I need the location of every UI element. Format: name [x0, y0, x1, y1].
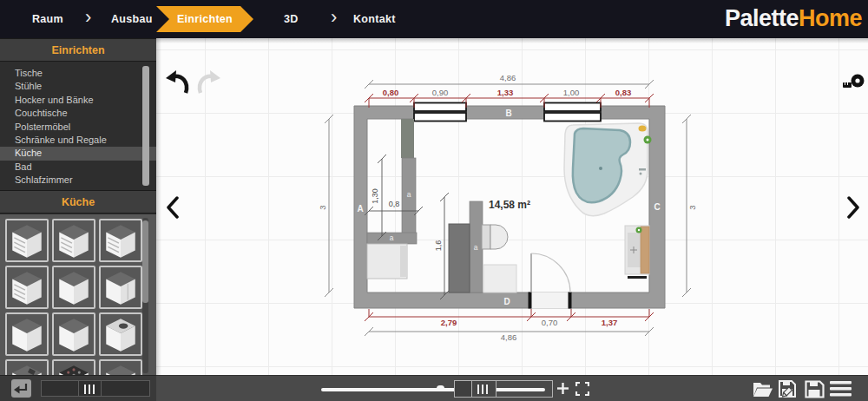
folder-open-icon	[752, 380, 774, 398]
save-button[interactable]	[805, 380, 825, 401]
cabinet-icon	[54, 361, 94, 375]
room-area-label: 14,58 m²	[489, 199, 530, 211]
sidebar-item-tische[interactable]: Tische	[0, 67, 156, 80]
furniture-thumb-drawers[interactable]	[5, 266, 49, 309]
cabinet-icon	[101, 220, 141, 260]
sidebar-item-schr-nke-und-regale[interactable]: Schränke und Regale	[0, 134, 156, 147]
sidebar-section-kueche-header: Küche	[0, 190, 156, 214]
zoom-slider-marker[interactable]	[437, 385, 444, 391]
step-kontakt[interactable]: Kontakt	[353, 13, 396, 25]
sidebar-item-bad[interactable]: Bad	[0, 161, 156, 174]
dim-left-height: 3	[318, 205, 327, 209]
dim-bottom-seg-3: 1,37	[602, 318, 618, 327]
furniture-thumb-plain[interactable]	[52, 312, 95, 356]
dim-top-total: 4,86	[500, 73, 516, 82]
chevron-separator-icon: ›	[85, 6, 91, 29]
furniture-thumb-drawers[interactable]	[5, 219, 49, 262]
partition-label-a1: a	[407, 190, 411, 199]
dim-bottom-seg-2: 0,70	[542, 318, 558, 327]
sidebar-item-couchtische[interactable]: Couchtische	[0, 107, 156, 120]
dim-bottom-total: 4,86	[501, 332, 517, 342]
dim-bottom-seg-1: 2,79	[441, 318, 457, 327]
sidebar-item-schlafzimmer[interactable]: Schlafzimmer	[0, 174, 156, 187]
zoom-slider-handle[interactable]	[454, 380, 553, 398]
cabinet-icon	[54, 314, 94, 354]
dim-right-height: 3	[687, 205, 697, 209]
category-list: TischeStühleHocker und BänkeCouchtischeP…	[0, 62, 156, 191]
save-edit-icon	[778, 379, 800, 399]
app-logo: PaletteHome	[725, 5, 862, 32]
palette-home-app: Raum › Ausbau Einrichten 3D › Kontakt Pa…	[0, 0, 868, 401]
dim-top-seg-5: 0,83	[615, 88, 632, 97]
step-raum[interactable]: Raum	[32, 13, 63, 25]
furniture-thumb-plain[interactable]	[5, 312, 49, 356]
sidebar-bottom-bar	[0, 375, 156, 401]
thumbnail-scrollbar-thumb[interactable]	[142, 220, 148, 303]
category-scrollbar[interactable]	[142, 66, 149, 186]
tape-measure-icon	[842, 73, 866, 92]
furniture-thumb-sink[interactable]	[99, 312, 142, 356]
furniture-thumb-drawers[interactable]	[52, 219, 95, 262]
next-arrow-button[interactable]	[846, 196, 860, 222]
furniture-thumb-cooktop-dark[interactable]	[52, 359, 95, 375]
wall-label-d: D	[503, 297, 510, 306]
return-arrow-icon	[11, 379, 31, 398]
chevron-left-icon	[166, 196, 180, 219]
hamburger-menu-icon	[830, 381, 852, 397]
cabinet-icon	[7, 220, 47, 260]
furniture-thumb-plain[interactable]	[99, 359, 142, 375]
step-ausbau[interactable]: Ausbau	[111, 13, 153, 25]
thumbnail-scrollbar-track[interactable]	[142, 218, 148, 373]
measure-tool-button[interactable]	[842, 73, 866, 95]
previous-arrow-button[interactable]	[166, 196, 180, 222]
partition-label-a2: a	[390, 233, 394, 242]
sidebar-section-einrichten-header: Einrichten	[0, 38, 156, 62]
dim-niche-width: 0,8	[389, 200, 400, 208]
wall-label-b: B	[505, 108, 511, 118]
redo-button[interactable]	[194, 68, 221, 101]
dim-top-seg-3: 1,33	[497, 88, 514, 97]
plus-icon	[556, 381, 570, 396]
furniture-thumb-door[interactable]	[99, 266, 142, 309]
furniture-thumbnail-grid	[0, 214, 156, 375]
sidebar-item-polsterm-bel[interactable]: Polstermöbel	[0, 121, 156, 134]
step-3d[interactable]: 3D	[284, 13, 299, 25]
cabinet-icon	[54, 267, 94, 307]
dim-top-seg-2: 0,90	[432, 88, 449, 97]
chevron-right-icon	[846, 196, 860, 219]
sidebar-size-slider[interactable]	[41, 380, 150, 397]
dim-niche-height: 1,30	[371, 188, 379, 204]
cabinet-icon	[7, 314, 47, 354]
undo-button[interactable]	[165, 68, 193, 101]
slider-grip-icon[interactable]	[477, 385, 488, 394]
canvas-bottom-toolbar	[156, 375, 868, 401]
cabinet-icon	[101, 314, 141, 354]
redo-arrow-icon	[194, 68, 221, 97]
cabinet-icon	[54, 220, 94, 260]
sidebar-item-hocker-und-b-nke[interactable]: Hocker und Bänke	[0, 94, 156, 107]
slider-grip-icon[interactable]	[84, 385, 95, 394]
back-button[interactable]	[11, 379, 31, 398]
zoom-in-button[interactable]	[556, 381, 570, 399]
undo-arrow-icon	[165, 68, 193, 97]
cabinet-icon	[7, 267, 47, 307]
main-menu-button[interactable]	[830, 381, 852, 400]
furniture-thumb-drawers[interactable]	[99, 219, 142, 262]
floorplan-canvas[interactable]: 4,86 0,80 0,90 1,33 1,00 0,83 2,79 0,70 …	[156, 38, 868, 375]
step-einrichten-active[interactable]: Einrichten	[156, 6, 253, 32]
fit-view-button[interactable]	[575, 382, 589, 399]
open-project-button[interactable]	[752, 380, 774, 401]
dim-top-seg-1: 0,80	[383, 88, 399, 97]
sidebar-item-st-hle[interactable]: Stühle	[0, 80, 156, 93]
cabinet-icon	[7, 361, 47, 375]
cabinet-icon	[101, 361, 141, 375]
sidebar-item-k-che[interactable]: Küche	[0, 147, 156, 160]
furniture-thumb-plain[interactable]	[52, 266, 95, 309]
top-navigation-bar: Raum › Ausbau Einrichten 3D › Kontakt Pa…	[0, 0, 868, 38]
save-icon	[805, 380, 825, 398]
cabinet-icon	[101, 267, 141, 307]
partition-label-a3: a	[474, 243, 478, 252]
furniture-thumb-cooktop[interactable]	[5, 359, 49, 375]
save-as-button[interactable]	[778, 379, 800, 401]
dim-counter-height: 1,6	[434, 240, 443, 252]
